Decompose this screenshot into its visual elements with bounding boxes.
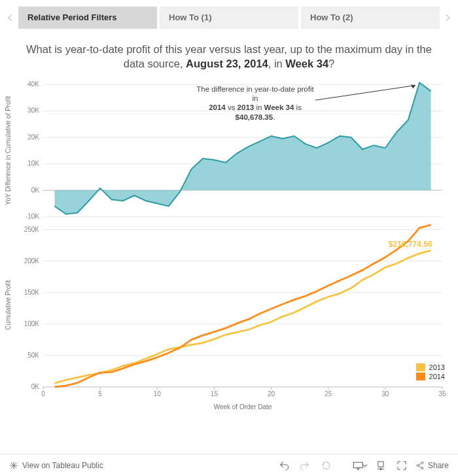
tableau-toolbar: View on Tableau Public Share: [0, 454, 458, 476]
tabs-next-button[interactable]: [441, 9, 454, 27]
svg-text:10: 10: [154, 390, 162, 397]
svg-text:35: 35: [438, 390, 446, 397]
diff-chart-svg: -10K0K10K20K30K40KYoY Difference in Cumu…: [0, 79, 458, 223]
svg-text:$216,774.56: $216,774.56: [389, 239, 432, 248]
svg-line-13: [315, 85, 415, 100]
svg-text:10K: 10K: [27, 160, 39, 167]
legend: 2013 2014: [416, 362, 445, 380]
undo-button[interactable]: [277, 458, 291, 473]
tab-label: Relative Period Filters: [27, 12, 117, 22]
title-week-bold: Week 34: [285, 58, 328, 69]
download-icon: [376, 460, 386, 471]
fullscreen-icon: [396, 460, 407, 471]
share-button[interactable]: Share: [415, 461, 449, 470]
svg-text:0K: 0K: [31, 383, 40, 390]
legend-swatch-2014: [416, 373, 425, 380]
legend-label: 2013: [429, 363, 445, 371]
view-on-tableau-public-link[interactable]: View on Tableau Public: [9, 461, 103, 470]
redo-button[interactable]: [298, 458, 312, 473]
chart-area: The difference in year-to-date profit in…: [0, 79, 458, 417]
reset-icon: [321, 460, 331, 471]
tab-how-to-2[interactable]: How To (2): [301, 7, 440, 29]
tabs-prev-button[interactable]: [4, 9, 17, 27]
svg-text:150K: 150K: [24, 288, 40, 295]
tab-how-to-1[interactable]: How To (1): [160, 7, 298, 29]
svg-text:30K: 30K: [27, 107, 39, 114]
tab-label: How To (1): [169, 12, 211, 22]
tab-list: Relative Period Filters How To (1) How T…: [18, 7, 440, 29]
svg-text:50K: 50K: [27, 351, 39, 358]
fullscreen-button[interactable]: [395, 458, 409, 473]
chevron-left-icon: [6, 10, 15, 25]
legend-swatch-2013: [416, 363, 425, 371]
svg-text:5: 5: [98, 390, 102, 397]
legend-item-2013: 2013: [416, 363, 445, 371]
svg-text:40K: 40K: [27, 81, 39, 88]
reset-button[interactable]: [319, 458, 333, 473]
diff-chart: The difference in year-to-date profit in…: [0, 79, 458, 223]
share-label: Share: [428, 461, 449, 470]
tab-bar: Relative Period Filters How To (1) How T…: [0, 0, 458, 35]
legend-label: 2014: [429, 373, 445, 380]
svg-text:20K: 20K: [27, 133, 39, 140]
title-text: , in: [268, 58, 286, 69]
tab-relative-period-filters[interactable]: Relative Period Filters: [18, 7, 157, 29]
tab-label: How To (2): [310, 12, 353, 22]
svg-text:15: 15: [211, 390, 219, 397]
svg-rect-50: [353, 462, 362, 467]
chevron-down-icon: [362, 463, 367, 468]
view-on-label: View on Tableau Public: [22, 461, 103, 470]
svg-text:20: 20: [268, 390, 275, 397]
svg-text:Cumulative Profit: Cumulative Profit: [5, 280, 12, 329]
svg-text:0: 0: [41, 390, 45, 397]
title-text: ?: [328, 58, 334, 69]
chevron-right-icon: [443, 10, 452, 25]
tableau-logo-icon: [9, 461, 18, 470]
cumulative-chart-svg: 0K50K100K150K200K250K05101520253035Week …: [0, 219, 458, 417]
title-date-bold: August 23, 2014: [186, 58, 268, 69]
svg-rect-51: [378, 462, 383, 467]
svg-text:250K: 250K: [24, 225, 40, 232]
presentation-mode-button[interactable]: [353, 458, 367, 473]
dashboard-title: What is year-to-date profit of this year…: [0, 35, 458, 79]
svg-text:100K: 100K: [24, 320, 40, 327]
svg-text:25: 25: [325, 390, 332, 397]
legend-item-2014: 2014: [416, 373, 445, 380]
svg-text:YoY Difference in Cumulative o: YoY Difference in Cumulative of Profit: [5, 96, 12, 205]
download-button[interactable]: [374, 458, 388, 473]
svg-text:0K: 0K: [31, 186, 40, 193]
svg-text:200K: 200K: [24, 257, 40, 264]
svg-text:Week of Order Date: Week of Order Date: [214, 403, 272, 411]
cumulative-chart: 0K50K100K150K200K250K05101520253035Week …: [0, 219, 458, 417]
svg-text:30: 30: [381, 390, 389, 397]
redo-icon: [300, 460, 310, 471]
undo-icon: [279, 460, 289, 471]
share-icon: [415, 461, 425, 470]
